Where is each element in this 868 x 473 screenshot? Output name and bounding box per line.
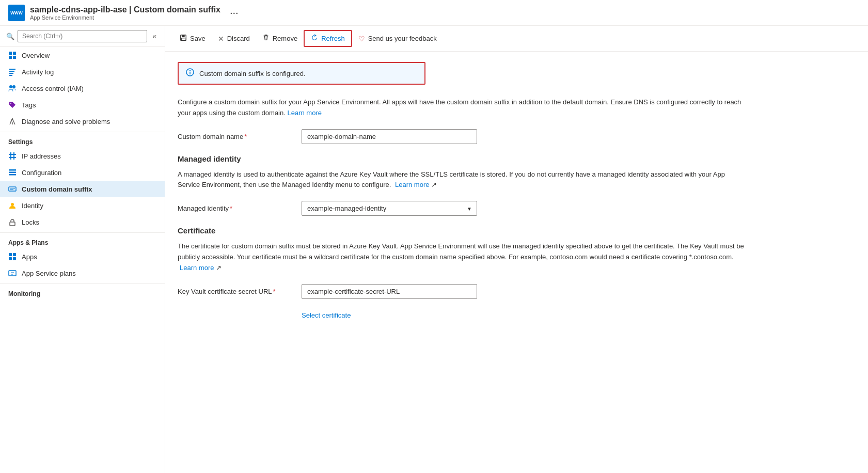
save-icon <box>180 34 187 43</box>
key-vault-label: Key Vault certificate secret URL* <box>178 288 291 295</box>
refresh-label: Refresh <box>321 35 345 42</box>
configuration-icon <box>8 168 17 177</box>
svg-point-33 <box>190 71 191 71</box>
svg-rect-29 <box>182 35 184 37</box>
svg-rect-23 <box>9 253 12 256</box>
sidebar-item-tags[interactable]: Tags <box>0 97 165 113</box>
sidebar-item-label: Access control (IAM) <box>22 85 84 92</box>
sidebar-item-label: Diagnose and solve problems <box>22 118 110 125</box>
sidebar-item-ip-addresses[interactable]: IP addresses <box>0 148 165 164</box>
svg-rect-20 <box>10 189 13 190</box>
sidebar-item-locks[interactable]: Locks <box>0 214 165 230</box>
svg-rect-12 <box>9 157 16 158</box>
key-vault-row: Key Vault certificate secret URL* <box>178 284 856 299</box>
svg-rect-14 <box>13 152 14 160</box>
discard-icon: ✕ <box>218 35 224 43</box>
ip-icon <box>8 152 17 160</box>
monitoring-section-header: Monitoring <box>0 283 165 299</box>
main-layout: 🔍 « Overview Activity log Access control… <box>0 26 868 473</box>
discard-label: Discard <box>227 35 250 42</box>
sidebar-item-access-control[interactable]: Access control (IAM) <box>0 80 165 97</box>
apps-icon <box>8 253 17 261</box>
sidebar-item-app-service-plans[interactable]: App Service plans <box>0 265 165 281</box>
select-certificate-link[interactable]: Select certificate <box>302 311 351 319</box>
sidebar-item-overview[interactable]: Overview <box>0 47 165 64</box>
select-certificate-container: Select certificate <box>302 309 856 319</box>
svg-rect-13 <box>10 152 11 160</box>
sidebar-item-label: Activity log <box>22 68 54 76</box>
learn-more-link[interactable]: Learn more <box>287 109 321 117</box>
info-message: Custom domain suffix is configured. <box>199 70 306 77</box>
certificate-description: The certificate for custom domain suffix… <box>178 241 746 273</box>
sidebar-item-label: Configuration <box>22 169 61 177</box>
refresh-icon <box>311 34 318 43</box>
sidebar-item-label: IP addresses <box>22 152 61 160</box>
sidebar-item-diagnose[interactable]: Diagnose and solve problems <box>0 113 165 130</box>
info-box: Custom domain suffix is configured. <box>178 62 425 85</box>
access-control-icon <box>8 84 17 92</box>
content-area: Save ✕ Discard Remove Refresh ♡ Send u <box>165 26 868 473</box>
identity-icon <box>8 201 17 210</box>
info-icon <box>186 68 194 78</box>
domain-name-row: Custom domain name* <box>178 129 856 144</box>
search-input[interactable] <box>18 30 147 42</box>
sidebar-item-custom-domain-suffix[interactable]: Custom domain suffix <box>0 181 165 197</box>
sidebar-item-identity[interactable]: Identity <box>0 197 165 214</box>
svg-rect-22 <box>10 222 15 226</box>
apps-section-header: Apps & Plans <box>0 232 165 248</box>
header-title-block: sample-cdns-app-ilb-ase | Custom domain … <box>30 5 220 21</box>
refresh-button[interactable]: Refresh <box>304 30 352 47</box>
collapse-button[interactable]: « <box>150 30 159 42</box>
sidebar-item-label: Overview <box>22 52 50 59</box>
managed-identity-learn-more-link[interactable]: Learn more <box>395 181 429 188</box>
description-text: Configure a custom domain suffix for you… <box>178 97 746 119</box>
sidebar-item-apps[interactable]: Apps <box>0 248 165 265</box>
save-button[interactable]: Save <box>173 31 212 46</box>
tags-icon <box>8 101 17 109</box>
managed-identity-label: Managed identity* <box>178 204 291 212</box>
save-label: Save <box>190 35 206 42</box>
certificate-section-title: Certificate <box>178 226 856 235</box>
managed-identity-description: A managed identity is used to authentica… <box>178 169 746 191</box>
sidebar: 🔍 « Overview Activity log Access control… <box>0 26 165 473</box>
svg-rect-1 <box>13 52 16 55</box>
svg-point-8 <box>9 85 12 88</box>
remove-button[interactable]: Remove <box>256 31 304 46</box>
certificate-learn-more-link[interactable]: Learn more <box>180 264 214 272</box>
managed-identity-row: Managed identity* example-managed-identi… <box>178 201 856 216</box>
managed-identity-select[interactable]: example-managed-identity <box>302 201 477 216</box>
remove-icon <box>262 34 270 43</box>
sidebar-item-label: Custom domain suffix <box>22 185 92 193</box>
managed-identity-section-title: Managed identity <box>178 154 856 163</box>
top-header: www sample-cdns-app-ilb-ase | Custom dom… <box>0 0 868 26</box>
sidebar-item-label: App Service plans <box>22 270 76 277</box>
managed-identity-select-wrapper: example-managed-identity ▼ <box>302 201 477 216</box>
svg-rect-6 <box>9 73 13 74</box>
sidebar-item-activity-log[interactable]: Activity log <box>0 64 165 80</box>
svg-point-21 <box>11 203 14 206</box>
more-options-icon[interactable]: ··· <box>230 7 239 19</box>
feedback-icon: ♡ <box>358 35 365 43</box>
overview-icon <box>8 51 17 59</box>
feedback-label: Send us your feedback <box>368 35 437 42</box>
domain-name-input[interactable] <box>302 129 477 144</box>
sidebar-item-label: Locks <box>22 218 39 226</box>
svg-rect-7 <box>9 75 12 76</box>
svg-rect-4 <box>9 69 15 70</box>
discard-button[interactable]: ✕ Discard <box>212 31 256 46</box>
search-icon: 🔍 <box>6 33 14 40</box>
svg-rect-17 <box>9 174 16 176</box>
svg-rect-26 <box>13 257 16 260</box>
svg-point-10 <box>10 103 11 104</box>
svg-rect-5 <box>9 71 14 72</box>
toolbar: Save ✕ Discard Remove Refresh ♡ Send u <box>165 26 868 52</box>
svg-point-9 <box>12 85 15 88</box>
svg-rect-0 <box>9 52 12 55</box>
diagnose-icon <box>8 117 17 125</box>
domain-name-label: Custom domain name* <box>178 133 291 140</box>
page-title: sample-cdns-app-ilb-ase | Custom domain … <box>30 5 220 14</box>
sidebar-item-configuration[interactable]: Configuration <box>0 164 165 181</box>
feedback-button[interactable]: ♡ Send us your feedback <box>352 31 443 46</box>
sidebar-search-bar: 🔍 « <box>0 26 165 47</box>
key-vault-input[interactable] <box>302 284 477 299</box>
